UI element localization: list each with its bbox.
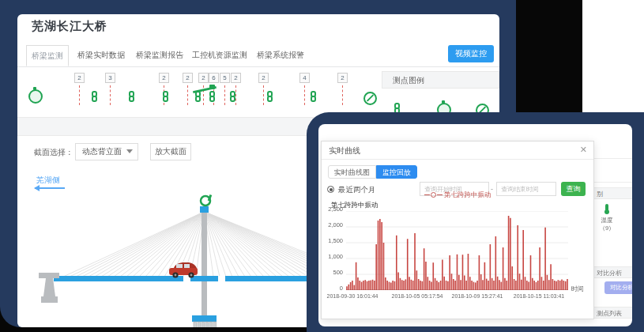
anemometer-icon[interactable] (28, 89, 43, 104)
strain-sensor-icon[interactable] (129, 91, 136, 103)
point-list-header: 测点列表 (594, 307, 632, 319)
chevron-down-icon (126, 149, 133, 153)
car-graphic (169, 262, 198, 278)
dialog-title-bar: 实时曲线 ✕ (322, 141, 593, 160)
sensor-count-badge: 2 (231, 73, 241, 83)
sensor-dropline (342, 85, 343, 105)
divider (594, 158, 632, 159)
tab-ipc-resource[interactable]: 工控机资源监测 (192, 45, 247, 66)
page-title: 芜湖长江大桥 (32, 19, 107, 34)
strain-sensor-icon[interactable] (311, 91, 318, 103)
legend-circle-icon (431, 192, 436, 198)
strain-sensor-icon[interactable] (92, 91, 99, 103)
left-arrow-icon (35, 187, 65, 189)
section-select-dropdown[interactable]: 动态背立面 (75, 143, 138, 160)
dialog-tab-bar: 实时曲线图 监控回放 (328, 165, 417, 179)
tab-bridge-monitor[interactable]: 桥梁监测 (26, 45, 69, 66)
chart-legend[interactable]: 第七跨跨中振动 (322, 191, 593, 200)
compare-section-header: 对比分析 (594, 266, 632, 278)
y-tick: 0 (322, 285, 343, 292)
compare-analysis-button[interactable]: 对比分析 (604, 281, 632, 294)
strain-sensor-icon[interactable] (163, 91, 170, 103)
strain-sensor-icon[interactable] (267, 91, 274, 103)
tab-realtime-data[interactable]: 桥梁实时数据 (77, 45, 125, 66)
y-tick: 2,000 (322, 221, 343, 228)
legend-label: 第七跨跨中振动 (444, 191, 491, 198)
tab-monitor-report[interactable]: 桥梁监测报告 (136, 45, 183, 66)
x-tick: 2018-09-30 16:01:44 (322, 293, 382, 299)
realtime-curve-dialog: 实时曲线 ✕ 实时曲线图 监控回放 最近两个月 - 查询 第七跨跨中振动 第七跨… (321, 141, 594, 319)
sensor-dropline (304, 85, 305, 105)
video-monitor-button[interactable]: 视频监控 (448, 45, 494, 62)
dialog-window-frame: 别 温度 （9） 对比分析 对比分析 测点列表 实时曲线 ✕ 实时曲线图 监控回… (307, 112, 644, 332)
divider (594, 182, 632, 183)
strain-sensor-icon[interactable] (230, 91, 237, 103)
dialog-window: 别 温度 （9） 对比分析 对比分析 测点列表 实时曲线 ✕ 实时曲线图 监控回… (318, 124, 632, 326)
x-tick: 2018-10-05 05:17:54 (387, 293, 447, 299)
bridge-side-label: 芜湖侧 (36, 175, 60, 186)
section-select-label: 截面选择： (34, 147, 73, 158)
legend-panel-title: 测点图例 (393, 73, 424, 89)
sensor-count-badge: 2 (159, 73, 169, 83)
tab-monitor-playback[interactable]: 监控回放 (376, 165, 417, 179)
sensor-count-badge: 2 (74, 73, 85, 83)
legend-line (424, 194, 430, 195)
thermometer-icon (604, 204, 609, 214)
sensor-count-badge: 2 (183, 73, 193, 83)
tab-system-alarm[interactable]: 桥梁系统报警 (257, 45, 304, 66)
tab-realtime-curve[interactable]: 实时曲线图 (328, 165, 376, 179)
x-tick: 2018-10-15 11:03:41 (509, 293, 569, 299)
vibration-chart (346, 211, 568, 290)
sensor-count-badge: 4 (299, 73, 310, 83)
sensor-dropline (110, 85, 111, 105)
temperature-label: 温度 (591, 217, 623, 224)
sensor-dropline (263, 85, 264, 105)
temperature-count: （9） (591, 224, 623, 232)
y-tick: 1,000 (322, 253, 343, 260)
sensor-count-badge: 2 (337, 73, 348, 83)
zoom-section-button[interactable]: 放大截面 (150, 143, 191, 160)
sensor-count-badge: 2 (258, 73, 269, 83)
sensor-count-badge: 6 (209, 73, 219, 83)
dialog-title: 实时曲线 (329, 145, 360, 157)
y-tick: 2,500 (322, 206, 343, 213)
y-tick: 500 (322, 269, 343, 276)
y-tick: 1,500 (322, 237, 343, 244)
main-tab-bar: 桥梁监测 桥梁实时数据 桥梁监测报告 工控机资源监测 桥梁系统报警 (17, 45, 499, 67)
close-icon[interactable]: ✕ (580, 145, 587, 155)
inspection-vehicle-icon[interactable] (193, 85, 217, 93)
sensor-dropline (224, 85, 225, 105)
panel-header-partial: 别 (594, 187, 632, 199)
x-axis-name: 时间 (571, 285, 584, 293)
sensor-count-badge: 2 (198, 73, 209, 83)
sensor-dropline (187, 85, 188, 105)
sensor-dropline (79, 85, 80, 105)
x-tick: 2018-10-09 15:27:41 (447, 293, 507, 299)
sensor-count-badge: 5 (220, 73, 230, 83)
legend-line (437, 194, 443, 195)
disabled-sensor-icon[interactable] (363, 92, 377, 105)
section-select-value: 动态背立面 (82, 147, 122, 156)
legend-panel-header: 测点图例 (382, 71, 499, 89)
sensor-count-badge: 3 (105, 73, 115, 83)
desktop-white-area (582, 0, 644, 126)
